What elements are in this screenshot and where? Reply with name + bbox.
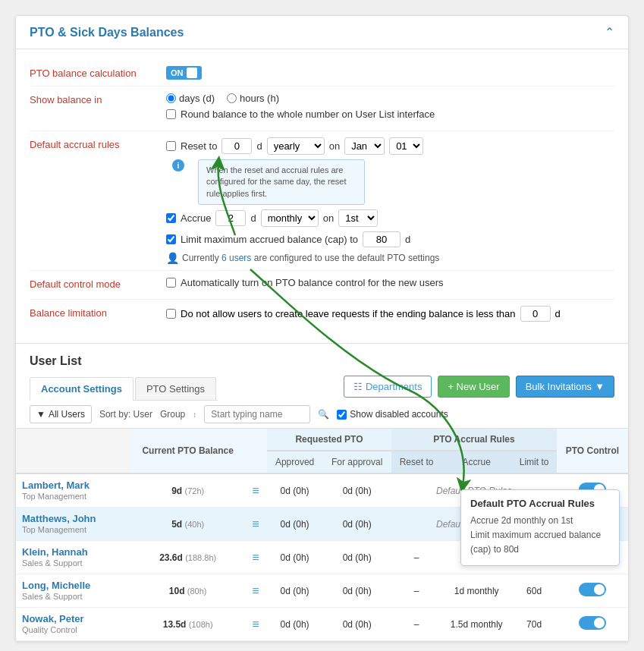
user-info-cell: Klein, Hannah Sales & Support xyxy=(16,541,131,574)
accrual-rules-row: Default accrual rules Reset to 0 d yearl… xyxy=(30,131,614,271)
section-header: PTO & Sick Days Balances ⌃ xyxy=(16,16,628,49)
currently-users-link[interactable]: 6 users xyxy=(221,253,251,263)
balance-cell: 10d (80h) xyxy=(131,574,244,608)
reset-to-text: Reset to xyxy=(181,140,217,152)
menu-cell: ≡ xyxy=(244,541,267,574)
radio-days-text: days (d) xyxy=(179,93,215,104)
user-dept: Sales & Support xyxy=(22,558,83,568)
balance-limit-text: Do not allow users to create leave reque… xyxy=(181,308,516,319)
user-name-link[interactable]: Lambert, Mark xyxy=(22,480,125,491)
for-approval-cell: 0d (0h) xyxy=(322,574,391,608)
info-box: When the reset and accrual rules are con… xyxy=(198,159,365,205)
control-mode-content: Automatically turn on PTO balance contro… xyxy=(166,277,614,293)
reset-month-select[interactable]: JanFeb xyxy=(344,137,385,155)
for-approval-cell: 0d (0h) xyxy=(322,541,391,574)
approved-cell: 0d (0h) xyxy=(267,574,322,608)
tooltip-line2: Limit maximum accrued balance (cap) to 8… xyxy=(470,528,610,557)
reset-freq-select[interactable]: yearly monthly xyxy=(267,137,325,155)
balance-limit-input[interactable] xyxy=(520,306,551,322)
user-dept: Top Management xyxy=(22,525,86,534)
radio-days-label[interactable]: days (d) xyxy=(166,93,215,104)
show-balance-content: days (d) hours (h) Round balance to the … xyxy=(166,93,614,124)
all-users-label: All Users xyxy=(49,409,85,420)
approved-cell: 0d (0h) xyxy=(267,473,322,508)
accrue-value-input[interactable] xyxy=(215,210,246,226)
dept-icon: ☷ xyxy=(353,381,363,392)
menu-cell: ≡ xyxy=(244,508,267,541)
show-disabled-text: Show disabled accounts xyxy=(350,409,448,420)
pto-control-toggle[interactable] xyxy=(579,616,606,630)
accrue-cell: 1d monthly xyxy=(441,574,511,608)
search-input[interactable] xyxy=(204,405,310,423)
radio-hours[interactable] xyxy=(227,93,237,103)
reset-to-cell: – xyxy=(391,608,441,641)
limit-value-input[interactable] xyxy=(363,231,401,247)
filter-row: ▼ All Users Sort by: User Group ↕ 🔍 Show… xyxy=(16,401,628,429)
control-mode-label: Default control mode xyxy=(30,277,166,290)
user-dept: Quality Control xyxy=(22,625,77,634)
settings-area: PTO balance calculation ON Show balance … xyxy=(16,49,628,343)
radio-hours-text: hours (h) xyxy=(240,93,279,104)
toggle-knob xyxy=(187,68,197,78)
table-row: Long, Michelle Sales & Support 10d (80h)… xyxy=(16,574,628,608)
user-info-cell: Lambert, Mark Top Management xyxy=(16,473,131,508)
user-name-link[interactable]: Matthews, John xyxy=(22,513,125,524)
balance-cell: 23.6d (188.8h) xyxy=(131,541,244,574)
menu-icon[interactable]: ≡ xyxy=(252,484,259,497)
new-user-label: + New User xyxy=(448,381,499,392)
radio-days[interactable] xyxy=(166,93,176,103)
tab-account-settings[interactable]: Account Settings xyxy=(30,377,134,401)
departments-label: Departments xyxy=(366,381,422,392)
limit-checkbox[interactable] xyxy=(166,234,176,244)
limit-to-cell: 60d xyxy=(511,574,557,608)
show-balance-label: Show balance in xyxy=(30,93,166,105)
limit-row: Limit maximum accrued balance (cap) to d xyxy=(166,231,614,247)
accrue-unit-text: d xyxy=(250,212,256,224)
reset-on-text: on xyxy=(329,140,340,152)
balance-hours: (72h) xyxy=(185,486,205,495)
menu-icon[interactable]: ≡ xyxy=(252,584,259,597)
auto-pto-text: Automatically turn on PTO balance contro… xyxy=(181,277,444,288)
auto-pto-checkbox[interactable] xyxy=(166,278,176,288)
new-user-button[interactable]: + New User xyxy=(438,376,509,398)
for-approval-cell: 0d (0h) xyxy=(322,608,391,641)
accrue-freq-select[interactable]: monthly yearly xyxy=(261,209,319,227)
toolbar: ☷ Departments + New User Bulk Invitation… xyxy=(344,376,614,401)
reset-value-input[interactable]: 0 xyxy=(221,138,252,154)
collapse-button[interactable]: ⌃ xyxy=(605,25,614,39)
balance-cell: 13.5d (108h) xyxy=(131,608,244,641)
all-users-filter[interactable]: ▼ All Users xyxy=(30,405,92,423)
balance-hours: (108h) xyxy=(189,620,213,629)
tab-pto-settings[interactable]: PTO Settings xyxy=(135,377,216,400)
menu-icon[interactable]: ≡ xyxy=(252,618,259,631)
show-disabled-label[interactable]: Show disabled accounts xyxy=(337,409,448,420)
user-name-link[interactable]: Long, Michelle xyxy=(22,580,125,591)
accrue-row: Accrue d monthly yearly on 1st2nd xyxy=(166,209,614,227)
menu-icon[interactable]: ≡ xyxy=(252,517,259,530)
radio-hours-label[interactable]: hours (h) xyxy=(227,93,279,104)
filter-icon: ▼ xyxy=(36,409,46,420)
limit-to-cell: 70d xyxy=(511,608,557,641)
round-balance-text: Round balance to the whole number on Use… xyxy=(181,108,435,120)
balance-cell: 5d (40h) xyxy=(131,508,244,541)
menu-icon[interactable]: ≡ xyxy=(252,551,259,564)
user-name-link[interactable]: Klein, Hannah xyxy=(22,546,125,558)
balance-limit-unit: d xyxy=(555,308,561,319)
round-balance-checkbox[interactable] xyxy=(166,109,176,119)
pto-toggle[interactable]: ON xyxy=(166,66,202,80)
user-dept: Top Management xyxy=(22,492,86,501)
sort-by-label: Sort by: User xyxy=(99,409,152,420)
user-name-link[interactable]: Nowak, Peter xyxy=(22,613,125,624)
pto-control-toggle[interactable] xyxy=(579,583,606,596)
accrue-day-select[interactable]: 1st2nd xyxy=(338,209,378,227)
show-disabled-checkbox[interactable] xyxy=(337,410,347,420)
balance-limit-checkbox[interactable] xyxy=(166,309,176,319)
reset-day-select[interactable]: 0102 xyxy=(389,137,423,155)
user-dept: Sales & Support xyxy=(22,592,83,601)
user-info-cell: Long, Michelle Sales & Support xyxy=(16,574,131,608)
accrue-checkbox[interactable] xyxy=(166,213,176,223)
balance-value: 13.5d xyxy=(163,619,187,630)
bulk-invitations-button[interactable]: Bulk Invitations ▼ xyxy=(516,376,614,398)
reset-to-checkbox[interactable] xyxy=(166,141,176,151)
departments-button[interactable]: ☷ Departments xyxy=(344,376,432,398)
